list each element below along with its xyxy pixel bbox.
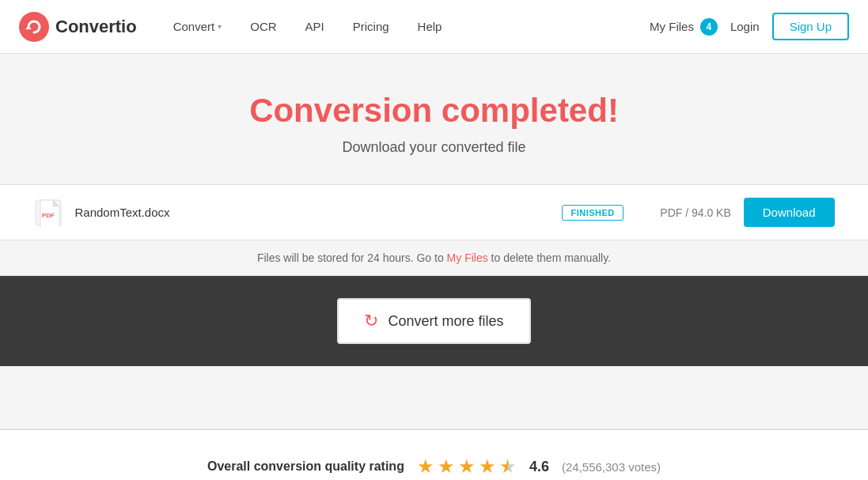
my-files-button[interactable]: My Files 4 [650,18,718,36]
rating-score: 4.6 [529,459,549,475]
header: Convertio Convert ▾ OCR API Pricing Help… [0,0,868,54]
svg-text:PDF: PDF [42,212,55,219]
svg-point-0 [19,12,49,42]
my-files-link[interactable]: My Files [447,251,488,264]
rating-row: Overall conversion quality rating ★ ★ ★ … [19,455,849,478]
pdf-file-icon: PDF PDF [34,198,63,227]
rating-votes: (24,556,303 votes) [562,460,661,474]
my-files-badge: 4 [700,18,718,36]
storage-text-before: Files will be stored for 24 hours. Go to [257,251,447,264]
file-size: PDF / 94.0 KB [636,206,731,219]
hero-section: Conversion completed! Download your conv… [0,54,868,184]
storage-text-after: to delete them manually. [488,251,611,264]
chevron-down-icon: ▾ [218,22,222,31]
stars: ★ ★ ★ ★ ★ [417,455,517,478]
refresh-icon: ↻ [364,311,378,331]
spacer [0,366,868,429]
header-right: My Files 4 Login Sign Up [650,13,849,40]
convert-more-section: ↻ Convert more files [0,276,868,366]
main-nav: Convert ▾ OCR API Pricing Help [162,13,650,40]
file-name: RandomText.docx [75,206,550,219]
hero-title: Conversion completed! [19,92,849,130]
logo-icon [19,12,49,42]
convert-more-button[interactable]: ↻ Convert more files [337,298,530,344]
star-3: ★ [458,455,476,478]
star-1: ★ [417,455,434,478]
nav-convert[interactable]: Convert ▾ [162,13,233,40]
nav-api[interactable]: API [294,13,335,40]
convert-more-label: Convert more files [388,313,503,330]
rating-section: Overall conversion quality rating ★ ★ ★ … [0,429,868,480]
star-5: ★ [499,455,517,478]
star-2: ★ [438,455,455,478]
rating-label: Overall conversion quality rating [207,459,404,474]
file-row-wrapper: PDF PDF RandomText.docx FINISHED PDF / 9… [0,184,868,240]
storage-notice: Files will be stored for 24 hours. Go to… [0,240,868,276]
logo[interactable]: Convertio [19,12,137,42]
download-button[interactable]: Download [744,198,835,227]
star-4: ★ [479,455,496,478]
nav-pricing[interactable]: Pricing [342,13,400,40]
hero-subtitle: Download your converted file [19,139,849,156]
login-button[interactable]: Login [730,20,760,33]
file-row: PDF PDF RandomText.docx FINISHED PDF / 9… [15,185,854,240]
nav-help[interactable]: Help [407,13,453,40]
status-badge: FINISHED [562,205,623,221]
logo-text: Convertio [55,17,137,37]
nav-ocr[interactable]: OCR [239,13,287,40]
signup-button[interactable]: Sign Up [772,13,849,40]
